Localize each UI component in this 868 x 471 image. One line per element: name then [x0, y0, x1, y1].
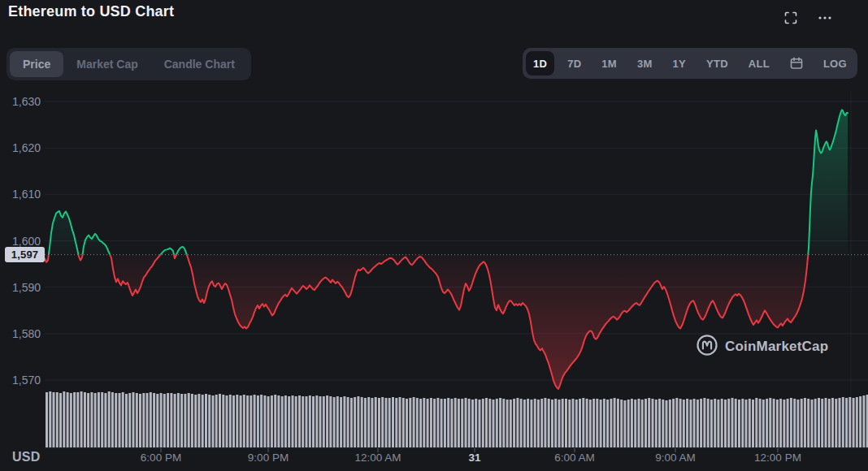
volume-bar: [163, 394, 166, 447]
volume-bar: [848, 397, 851, 447]
volume-bar: [357, 396, 359, 447]
volume-bar: [586, 399, 588, 447]
volume-bar: [523, 400, 526, 447]
volume-bar: [319, 396, 322, 447]
volume-bar: [212, 395, 215, 447]
volume-bar: [232, 395, 235, 447]
volume-bar: [565, 399, 567, 447]
volume-bar: [703, 398, 705, 447]
volume-bar: [361, 397, 363, 447]
volume-bar: [568, 400, 571, 447]
volume-bar: [769, 398, 771, 447]
volume-bar: [150, 392, 152, 447]
volume-bar: [551, 400, 553, 447]
volume-bar: [167, 393, 169, 447]
x-axis-label: 6:00 PM: [141, 452, 181, 464]
volume-bar: [814, 399, 817, 447]
volume-bar: [859, 396, 861, 447]
volume-bar: [343, 396, 345, 447]
volume-bar: [205, 394, 207, 447]
y-axis-label: 1,590: [12, 281, 41, 294]
volume-bar: [773, 399, 775, 447]
volume-bar: [59, 393, 62, 447]
volume-bar: [104, 393, 106, 447]
volume-bar: [197, 394, 200, 447]
volume-bar: [554, 399, 557, 447]
volume-bar: [589, 400, 592, 447]
volume-bar: [101, 392, 103, 447]
volume-bar: [755, 398, 757, 447]
volume-bar: [119, 393, 121, 447]
volume-bar: [274, 395, 276, 447]
volume-bar: [488, 399, 491, 447]
volume-bar: [180, 394, 183, 447]
y-axis-label: 1,580: [12, 327, 41, 340]
volume-bar: [347, 397, 349, 447]
volume-bar: [375, 397, 377, 447]
volume-bar: [246, 395, 249, 447]
volume-bar: [575, 400, 578, 447]
volume-bar: [98, 392, 100, 447]
volume-bar: [364, 398, 367, 447]
volume-bar: [558, 400, 561, 447]
volume-bar: [796, 400, 799, 447]
volume-bar: [63, 391, 65, 447]
volume-bar: [793, 399, 796, 447]
volume-bar: [84, 392, 86, 447]
volume-bar: [614, 398, 616, 447]
volume-bar: [783, 400, 785, 447]
volume-bar: [835, 399, 837, 447]
volume-bar: [454, 398, 457, 447]
volume-bar: [520, 399, 523, 447]
volume-bar: [516, 398, 519, 447]
volume-bar: [70, 393, 72, 447]
volume-bar: [441, 399, 443, 447]
volume-bar: [128, 393, 131, 447]
volume-bar: [493, 400, 495, 447]
volume-bar: [731, 398, 734, 447]
volume-bar: [381, 397, 384, 447]
volume-bar: [76, 392, 79, 447]
volume-bar: [46, 392, 48, 447]
volume-bar: [801, 399, 803, 447]
volume-bar: [136, 393, 138, 447]
volume-bar: [271, 395, 273, 447]
volume-bar: [156, 394, 158, 447]
volume-bar: [710, 400, 713, 447]
volume-bar: [427, 399, 429, 447]
volume-bar: [413, 397, 415, 447]
currency-label: USD: [12, 450, 41, 465]
volume-bar: [683, 400, 685, 447]
volume-bar: [312, 396, 315, 447]
volume-bar: [153, 393, 155, 447]
volume-bar: [125, 394, 128, 447]
volume-bar: [475, 399, 477, 447]
volume-bar: [675, 398, 678, 447]
volume-bar: [208, 395, 210, 447]
volume-bar: [250, 395, 252, 447]
volume-bar: [367, 397, 370, 447]
volume-bar: [652, 399, 654, 447]
volume-bar: [679, 399, 682, 447]
volume-bar: [222, 395, 224, 447]
volume-bar: [188, 393, 190, 447]
volume-bar: [623, 400, 626, 447]
volume-bar: [572, 399, 575, 447]
volume-bar: [329, 396, 332, 447]
volume-bar: [610, 399, 612, 447]
volume-bar: [87, 393, 89, 447]
volume-bar: [741, 399, 744, 447]
volume-bar: [160, 393, 163, 447]
volume-bar: [465, 398, 467, 447]
volume-bar: [461, 399, 463, 447]
volume-bar: [603, 399, 605, 447]
volume-bar: [544, 398, 546, 447]
volume-bar: [759, 399, 762, 447]
volume-bar: [530, 400, 532, 447]
volume-bar: [288, 396, 290, 447]
volume-bar: [295, 396, 297, 447]
volume-bar: [738, 400, 740, 447]
volume-bar: [326, 395, 328, 447]
volume-bar: [388, 398, 391, 447]
price-chart-canvas[interactable]: 1,6301,6201,6101,6001,5901,5801,5706:00 …: [0, 0, 868, 471]
